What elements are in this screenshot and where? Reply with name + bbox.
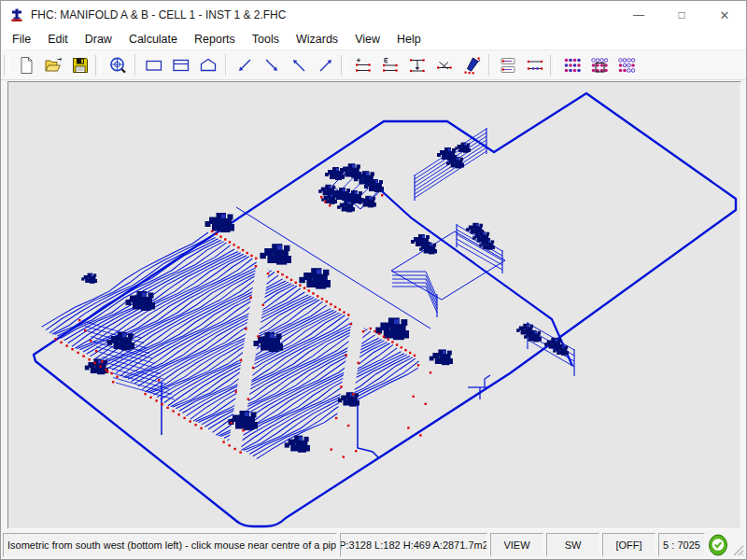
polygon-icon <box>198 55 218 76</box>
rectangle-split-icon <box>171 55 191 76</box>
status-coordinates: P:3128 L:182 H:469 A:2871.7m2 <box>340 533 487 557</box>
maximize-button[interactable]: □ <box>660 1 703 29</box>
isometric-drawing[interactable] <box>8 82 740 528</box>
window-title: FHC: MANIFOLD A & B - CELL 1 - INST 1 & … <box>31 8 286 21</box>
arrow-nw-button[interactable] <box>285 52 312 78</box>
add-pipe-button[interactable] <box>349 52 376 78</box>
rectangle-split-button[interactable] <box>167 52 194 78</box>
toolbar-separator <box>225 54 227 76</box>
polygon-button[interactable] <box>194 52 221 78</box>
drop-pipe-icon <box>407 55 428 76</box>
toolbar <box>1 49 746 80</box>
title-bar: FHC: MANIFOLD A & B - CELL 1 - INST 1 & … <box>1 1 746 29</box>
menu-item-help[interactable]: Help <box>388 31 430 48</box>
status-counter: 5 : 7025 <box>658 533 705 557</box>
parallel-pipes-button[interactable] <box>521 52 548 78</box>
parallel-pipes-icon <box>525 55 545 76</box>
spray-pipe-button[interactable] <box>458 52 485 78</box>
menu-item-calculate[interactable]: Calculate <box>120 31 186 48</box>
elevation-pipe-icon <box>380 55 401 76</box>
arrow-se-button[interactable] <box>258 52 285 78</box>
toolbar-grip <box>341 55 346 76</box>
zoom-extents-icon <box>107 55 128 76</box>
menu-item-reports[interactable]: Reports <box>186 31 244 48</box>
menu-item-draw[interactable]: Draw <box>77 31 120 48</box>
menu-bar: FileEditDrawCalculateReportsToolsWizards… <box>1 29 746 49</box>
copy-pipes-button[interactable] <box>494 52 521 78</box>
sprinkler-grid-select-button[interactable] <box>585 52 613 78</box>
arrow-sw-icon <box>234 55 255 76</box>
open-icon <box>43 55 63 76</box>
arrow-se-icon <box>261 55 282 76</box>
status-mode: VIEW <box>490 533 543 557</box>
toolbar-grip <box>550 55 556 76</box>
drop-pipe-button[interactable] <box>403 52 430 78</box>
add-pipe-icon <box>353 55 374 76</box>
arrow-nw-icon <box>289 55 309 76</box>
status-toggle: [OFF] <box>602 533 655 557</box>
app-window: FHC: MANIFOLD A & B - CELL 1 - INST 1 & … <box>0 0 747 560</box>
new-icon <box>16 55 36 76</box>
cut-pipe-icon <box>434 55 455 76</box>
save-button[interactable] <box>66 52 93 78</box>
status-ok-icon <box>708 533 728 557</box>
toolbar-separator <box>488 54 490 76</box>
menu-item-view[interactable]: View <box>346 31 388 48</box>
rectangle-icon <box>144 55 164 76</box>
drawing-area[interactable] <box>7 81 741 529</box>
toolbar-separator <box>134 54 136 76</box>
sprinkler-grid-filled-button[interactable] <box>558 52 585 78</box>
arrow-ne-icon <box>316 55 336 76</box>
zoom-extents-button[interactable] <box>104 52 131 78</box>
menu-item-edit[interactable]: Edit <box>39 31 77 48</box>
sprinkler-grid-outline-button[interactable] <box>613 52 640 78</box>
arrow-ne-button[interactable] <box>312 52 339 78</box>
arrow-sw-button[interactable] <box>231 52 258 78</box>
toolbar-grip <box>4 55 9 76</box>
copy-pipes-icon <box>498 55 518 76</box>
toolbar-grip <box>95 55 101 76</box>
save-icon <box>70 55 91 76</box>
resize-grip[interactable] <box>731 533 745 557</box>
rectangle-button[interactable] <box>140 52 167 78</box>
close-button[interactable]: ✕ <box>703 1 746 29</box>
menu-item-file[interactable]: File <box>4 31 39 48</box>
spray-pipe-icon <box>461 55 482 76</box>
new-button[interactable] <box>12 52 39 78</box>
open-button[interactable] <box>39 52 66 78</box>
menu-item-wizards[interactable]: Wizards <box>288 31 346 48</box>
status-message: Isometric from south west (bottom left) … <box>3 533 337 557</box>
menu-item-tools[interactable]: Tools <box>244 31 288 48</box>
status-view-direction: SW <box>546 533 599 557</box>
sprinkler-grid-outline-icon <box>616 55 637 76</box>
cut-pipe-button[interactable] <box>430 52 458 78</box>
sprinkler-grid-select-icon <box>589 55 610 76</box>
minimize-button[interactable]: — <box>617 1 660 29</box>
sprinkler-grid-filled-icon <box>562 55 583 76</box>
status-bar: Isometric from south west (bottom left) … <box>3 533 744 557</box>
elevation-pipe-button[interactable] <box>376 52 403 78</box>
app-icon <box>9 7 24 22</box>
